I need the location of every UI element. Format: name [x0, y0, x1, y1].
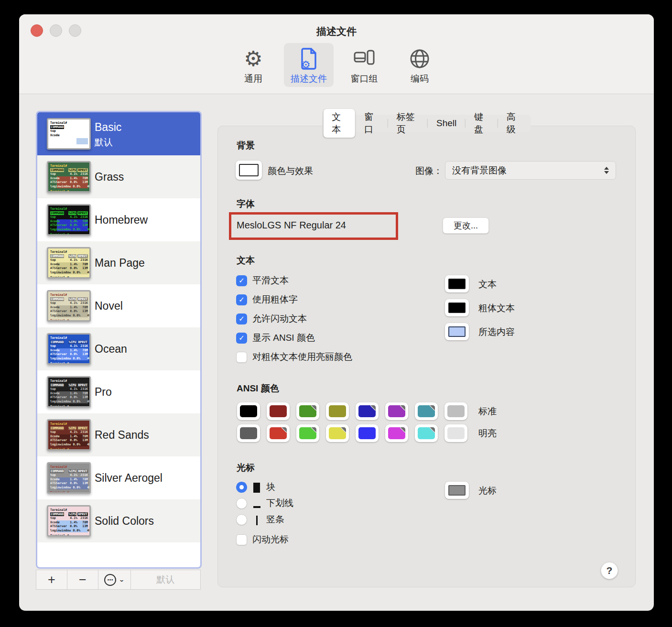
checkbox-checked[interactable]: ✓	[236, 314, 247, 324]
terminal-preferences-window: 描述文件 ⚙ 通用 ⚙ 描述文件	[19, 14, 654, 611]
toolbar-item-encodings[interactable]: 编码	[395, 43, 444, 87]
help-button[interactable]: ?	[601, 562, 618, 579]
cursor-block-glyph	[252, 481, 261, 493]
ansi-swatch-明亮-6[interactable]	[415, 424, 438, 442]
thumb-command-line: COMMAND%CPURPRVT	[50, 297, 88, 302]
profile-row-basic[interactable]: Terminal#COMMANDtopXcodeBasic默认	[37, 112, 200, 155]
tab-文本[interactable]: 文本	[323, 109, 355, 138]
ansi-swatch-color	[418, 405, 435, 417]
thumb-mem-value: 231K	[77, 172, 88, 176]
thumb-mem-value: 13M	[77, 309, 88, 314]
thumb-process-name: loginwindow	[50, 357, 71, 361]
set-default-button[interactable]: 默认	[131, 570, 200, 589]
profile-row-man-page[interactable]: Terminal#COMMAND%CPURPRVTtop4.1%231KXcod…	[37, 241, 200, 284]
ansi-swatch-标准-7[interactable]	[444, 402, 467, 420]
tab-shell[interactable]: Shell	[428, 116, 465, 130]
checkbox-checked[interactable]: ✓	[236, 294, 247, 305]
profile-row-grass[interactable]: Terminal#COMMAND%CPURPRVTtop4.1%231KXcod…	[37, 155, 200, 198]
profile-row-homebrew[interactable]: Terminal#COMMAND%CPURPRVTtop4.1%231KXcod…	[37, 198, 200, 241]
ansi-swatch-明亮-2[interactable]	[296, 424, 319, 442]
thumb-process-name: ATSServer	[50, 352, 67, 357]
profile-name: Homebrew	[95, 214, 148, 227]
radio-unselected[interactable]	[236, 514, 247, 525]
toolbar-item-window-groups[interactable]: 窗口组	[339, 43, 389, 87]
ansi-swatch-标准-1[interactable]	[267, 402, 290, 420]
profile-row-ocean[interactable]: Terminal#COMMAND%CPURPRVTtop4.1%231KXcod…	[37, 327, 200, 370]
radio-unselected[interactable]	[236, 498, 247, 509]
profile-row-silver-aerogel[interactable]: Terminal#COMMAND%CPURPRVTtop4.1%231KXcod…	[37, 456, 200, 499]
profile-actions-menu-button[interactable]: ⋯ ⌄	[98, 570, 131, 589]
color-well-文本[interactable]	[445, 275, 469, 292]
background-image-dropdown[interactable]: 没有背景图像	[445, 161, 616, 180]
checkbox-unchecked[interactable]	[236, 352, 247, 363]
ansi-swatch-明亮-7[interactable]	[444, 424, 467, 442]
profile-row-pro[interactable]: Terminal#COMMAND%CPURPRVTtop4.1%231KXcod…	[37, 370, 200, 413]
ansi-swatch-标准-2[interactable]	[296, 402, 319, 420]
ansi-swatch-明亮-1[interactable]	[267, 424, 290, 442]
ansi-swatch-标准-5[interactable]	[385, 402, 408, 420]
color-well-swatch	[448, 485, 466, 496]
ellipsis-circle-icon: ⋯	[104, 574, 116, 586]
ansi-swatch-标准-4[interactable]	[356, 402, 379, 420]
toolbar-item-general[interactable]: ⚙ 通用	[228, 43, 278, 87]
ansi-swatch-明亮-4[interactable]	[356, 424, 379, 442]
radio-selected[interactable]	[236, 482, 247, 493]
profile-row-solid-colors[interactable]: Terminal#COMMAND%CPURPRVTtop4.1%231KXcod…	[37, 499, 200, 542]
checkbox-unchecked[interactable]	[236, 534, 247, 545]
thumb-column-chip: RPRVT	[77, 383, 88, 388]
ansi-swatch-明亮-5[interactable]	[385, 424, 408, 442]
thumb-mem-value: 4M	[80, 227, 91, 232]
color-well-所选内容[interactable]	[445, 323, 469, 340]
window-group-icon	[353, 47, 375, 71]
color-well-label: 所选内容	[478, 326, 515, 338]
tab-窗口[interactable]: 窗口	[356, 109, 388, 138]
thumb-cpu-value: 0.0%	[71, 486, 80, 490]
cursor-option-row: 块	[236, 481, 275, 493]
thumb-cpu-value: 0.0%	[71, 529, 80, 533]
thumb-mem-value: 13M	[77, 438, 88, 443]
checkbox-label: 对粗体文本使用亮丽颜色	[252, 351, 352, 363]
add-profile-button[interactable]: +	[36, 570, 67, 589]
thumb-row: Xcode1.4%78M	[50, 305, 88, 310]
tab-键盘[interactable]: 键盘	[466, 109, 498, 138]
ansi-swatch-标准-3[interactable]	[326, 402, 349, 420]
toolbar-item-profiles[interactable]: ⚙ 描述文件	[284, 43, 334, 87]
ansi-swatch-明亮-0[interactable]	[237, 424, 260, 442]
thumb-process-name: loginwindow	[50, 486, 71, 490]
remove-profile-button[interactable]: −	[67, 570, 98, 589]
ansi-swatch-color	[358, 405, 376, 417]
cursor-blink-row: 闪动光标	[236, 533, 289, 546]
change-font-button[interactable]: 更改...	[443, 217, 489, 234]
tab-高级[interactable]: 高级	[498, 109, 530, 138]
thumb-command-chip: COMMAND	[50, 426, 64, 431]
thumb-mem-value: 231K	[77, 473, 88, 477]
color-well-swatch	[448, 303, 466, 313]
thumb-footer: Terminal #	[50, 534, 88, 537]
color-well-光标[interactable]	[445, 482, 469, 499]
background-color-well[interactable]	[236, 161, 262, 180]
checkbox-checked[interactable]: ✓	[236, 275, 247, 286]
custom-color-fold-icon	[430, 405, 435, 411]
chevron-down-icon: ⌄	[119, 576, 125, 583]
thumb-column-chip: RPRVT	[77, 426, 88, 431]
thumb-column-chip: RPRVT	[77, 469, 88, 474]
ansi-swatch-明亮-3[interactable]	[326, 424, 349, 442]
thumb-mem-value: 13M	[77, 395, 88, 400]
ansi-swatch-标准-0[interactable]	[237, 402, 260, 420]
thumb-mem-value: 231K	[77, 301, 88, 305]
thumb-cpu-value: 4.1%	[68, 172, 77, 176]
tab-标签页[interactable]: 标签页	[388, 109, 427, 138]
color-well-粗体文本[interactable]	[445, 299, 469, 316]
thumb-column-chip: RPRVT	[77, 340, 88, 345]
checkbox-checked[interactable]: ✓	[236, 333, 247, 344]
thumb-row: ATSServer0.0%13M	[50, 266, 88, 270]
svg-text:⚙: ⚙	[301, 59, 311, 70]
thumb-process-name: top	[50, 344, 56, 348]
thumb-command-chip: COMMAND	[50, 512, 64, 517]
profile-row-red-sands[interactable]: Terminal#COMMAND%CPURPRVTtop4.1%231KXcod…	[37, 413, 200, 456]
ansi-swatch-标准-6[interactable]	[415, 402, 438, 420]
thumb-command-line: COMMAND%CPURPRVT	[50, 469, 88, 474]
profile-row-novel[interactable]: Terminal#COMMAND%CPURPRVTtop4.1%231KXcod…	[37, 284, 200, 327]
thumb-process-name: ATSServer	[50, 266, 67, 270]
thumb-command-line: COMMAND	[50, 125, 88, 130]
